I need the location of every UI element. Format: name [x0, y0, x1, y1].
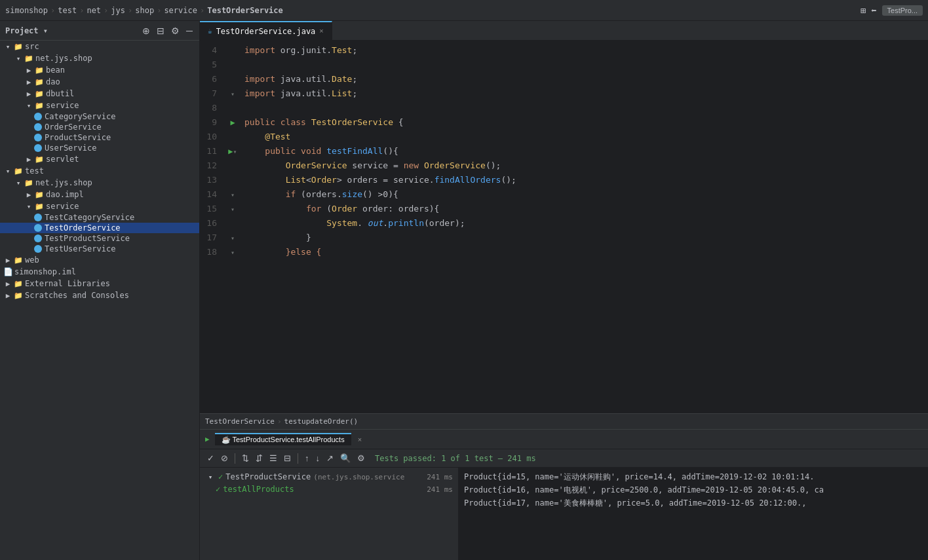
filter-button[interactable]: ⊟ — [282, 453, 293, 463]
run-icon[interactable]: ▶ — [230, 118, 235, 127]
sidebar-item-simonshop-iml[interactable]: 📄 simonshop.iml — [0, 266, 199, 278]
fold-icon[interactable]: ▾ — [231, 90, 235, 98]
sidebar-item-src[interactable]: ▾ 📁 src — [0, 41, 199, 52]
code-line — [244, 101, 928, 115]
folder-icon: 📁 — [34, 65, 45, 75]
editor-breadcrumb: TestOrderService › testupdateOrder() — [200, 413, 928, 429]
test-tree-item-testallproducts[interactable]: ✓ testAllProducts 241 ms — [200, 483, 458, 495]
chevron-down-icon: ▾ — [205, 472, 216, 482]
code-line: @Test — [244, 130, 928, 144]
testpro-button[interactable]: TestPro... — [882, 5, 923, 16]
search-button[interactable]: 🔍 — [338, 453, 353, 463]
sidebar-item-service2[interactable]: ▾ 📁 service — [0, 200, 199, 212]
tab-testorderservice[interactable]: ☕ TestOrderService.java × — [200, 21, 332, 40]
folder-icon: 📁 — [13, 41, 24, 52]
settings-icon[interactable]: ⚙ — [170, 26, 181, 36]
main-layout: Project ▾ ⊕ ⊟ ⚙ ─ ▾ 📁 src ▾ 📁 net.jys.sh… — [0, 21, 928, 560]
tab-close-button[interactable]: × — [319, 28, 323, 35]
code-editor[interactable]: 4 5 6 7 8 9 10 11 12 13 14 15 16 17 18 — [200, 41, 928, 413]
fold-icon[interactable]: ▾ — [231, 249, 235, 256]
gutter: ▾ ▶ ▶▾ ▾ ▾ ▾ ▾ — [226, 43, 239, 413]
settings-button[interactable]: ⚙ — [355, 453, 367, 463]
sidebar-item-label: TestProductService — [42, 234, 130, 243]
sidebar-header: Project ▾ ⊕ ⊟ ⚙ ─ — [0, 21, 199, 41]
sidebar-item-test[interactable]: ▾ 📁 test — [0, 165, 199, 177]
sidebar-item-dao-impl[interactable]: ▶ 📁 dao.impl — [0, 189, 199, 200]
pass-icon: ✓ — [218, 472, 223, 481]
fold-icon[interactable]: ▾ — [231, 234, 235, 242]
code-line: } — [244, 231, 928, 245]
sidebar-item-label: TestUserService — [42, 244, 115, 253]
folder-icon: 📁 — [13, 255, 24, 265]
run-icon[interactable]: ▶ — [228, 147, 233, 156]
sidebar-item-testuserservice[interactable]: TestUserService — [0, 244, 199, 254]
code-line: List<Order> orders = service.findAllOrde… — [244, 173, 928, 187]
chevron-down-icon: ▾ — [13, 53, 24, 64]
fold-icon[interactable]: ▾ — [231, 206, 235, 213]
up-button[interactable]: ↑ — [303, 453, 311, 463]
sidebar-item-categoryservice[interactable]: CategoryService — [0, 111, 199, 122]
test-tree-item-testproductservice[interactable]: ▾ ✓ TestProductService (net.jys.shop.ser… — [200, 470, 458, 483]
run-status-icon: ▶ — [205, 435, 210, 443]
sidebar-header-icons: ⊕ ⊟ ⚙ ─ — [141, 26, 194, 36]
sidebar-item-net-jys-shop[interactable]: ▾ 📁 net.jys.shop — [0, 52, 199, 64]
console-line: Product{id=15, name='运动休闲鞋购', price=14.4… — [464, 470, 923, 483]
sidebar-item-label: servlet — [45, 155, 79, 164]
sidebar-item-label: test — [24, 166, 44, 176]
test-tab-icon: ☕ — [222, 436, 231, 443]
sidebar-item-testorderservice[interactable]: TestOrderService — [0, 223, 199, 233]
sidebar-item-orderservice[interactable]: OrderService — [0, 122, 199, 132]
fold-icon[interactable]: ▾ — [233, 148, 237, 155]
chevron-right-icon: ▶ — [24, 154, 34, 164]
back-icon: ⬅ — [871, 5, 876, 16]
down-button[interactable]: ↓ — [314, 453, 322, 463]
java-file-icon: ☕ — [208, 27, 212, 35]
test-tree: ▾ ✓ TestProductService (net.jys.shop.ser… — [200, 468, 459, 560]
sidebar-item-net-jys-shop2[interactable]: ▾ 📁 net.jys.shop — [0, 177, 199, 189]
minimize-icon[interactable]: ─ — [185, 26, 194, 36]
collapse-icon[interactable]: ⊟ — [155, 26, 166, 36]
sidebar-item-scratches[interactable]: ▶ 📁 Scratches and Consoles — [0, 289, 199, 301]
folder-icon: 📁 — [34, 77, 45, 87]
sidebar-item-productservice[interactable]: ProductService — [0, 132, 199, 143]
restart-button[interactable]: ✓ — [205, 453, 216, 463]
sidebar-item-label: bean — [45, 65, 65, 75]
export-button[interactable]: ↗ — [324, 453, 336, 463]
bottom-content: ▾ ✓ TestProductService (net.jys.shop.ser… — [200, 468, 928, 560]
sidebar-item-bean[interactable]: ▶ 📁 bean — [0, 64, 199, 76]
fold-icon[interactable]: ▾ — [231, 191, 235, 198]
chevron-down-icon: ▾ — [24, 100, 34, 111]
sort-asc-button[interactable]: ⇅ — [240, 453, 251, 463]
sidebar-item-service[interactable]: ▾ 📁 service — [0, 100, 199, 111]
java-test-icon — [34, 214, 42, 221]
sidebar-item-testproductservice[interactable]: TestProductService — [0, 233, 199, 244]
align-button[interactable]: ☰ — [267, 453, 279, 463]
folder-icon: 📁 — [34, 154, 45, 164]
sidebar-item-label: dao — [45, 77, 60, 86]
sidebar-item-testcategoryservice[interactable]: TestCategoryService — [0, 212, 199, 223]
folder-icon: 📁 — [34, 189, 45, 200]
code-line — [244, 58, 928, 72]
sidebar-item-dao[interactable]: ▶ 📁 dao — [0, 76, 199, 88]
chevron-down-icon: ▾ — [3, 41, 13, 52]
java-class-icon — [34, 123, 42, 131]
stop-button[interactable]: ⊘ — [219, 453, 230, 463]
java-test-icon — [34, 234, 42, 242]
tab-label: TestOrderService.java — [216, 27, 316, 36]
locate-icon[interactable]: ⊕ — [141, 26, 151, 36]
sidebar-item-label: CategoryService — [42, 112, 115, 121]
sidebar-item-label: ProductService — [42, 133, 111, 142]
sidebar-item-userservice[interactable]: UserService — [0, 143, 199, 153]
editor-area: ☕ TestOrderService.java × 4 5 6 7 8 9 10… — [200, 21, 928, 560]
sort-desc-button[interactable]: ⇵ — [254, 453, 265, 463]
sidebar-item-dbutil[interactable]: ▶ 📁 dbutil — [0, 88, 199, 100]
sidebar-item-servlet[interactable]: ▶ 📁 servlet — [0, 153, 199, 165]
sidebar-title: Project ▾ — [5, 26, 141, 35]
sidebar-item-external-libraries[interactable]: ▶ 📁 External Libraries — [0, 278, 199, 289]
sidebar-item-web[interactable]: ▶ 📁 web — [0, 254, 199, 266]
console-line: Product{id=16, name='电视机', price=2500.0,… — [464, 483, 923, 496]
bottom-tab-testproductservice[interactable]: ☕ TestProductService.testAllProducts — [215, 433, 351, 445]
chevron-right-icon: ▶ — [3, 255, 13, 265]
close-tab-button[interactable]: × — [354, 436, 362, 443]
chevron-down-icon: ▾ — [3, 166, 13, 176]
